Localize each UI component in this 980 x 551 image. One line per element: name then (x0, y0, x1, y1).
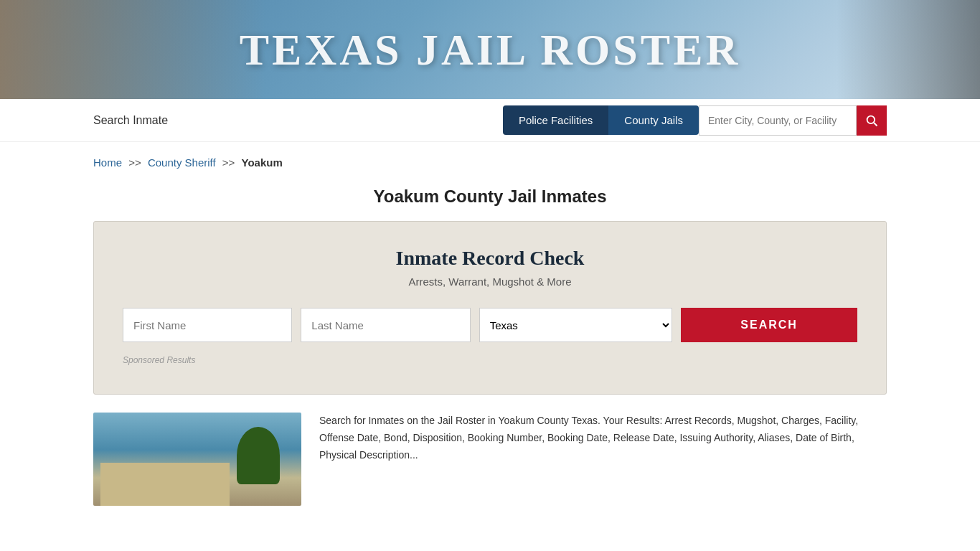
breadcrumb-sep1: >> (128, 156, 141, 169)
banner-title: Texas Jail Roster (240, 24, 741, 75)
first-name-input[interactable] (123, 308, 292, 342)
breadcrumb-sep2: >> (222, 156, 235, 169)
facility-search-button[interactable] (857, 105, 887, 136)
bottom-description: Search for Inmates on the Jail Roster in… (319, 413, 887, 506)
breadcrumb-county-sheriff[interactable]: County Sheriff (148, 156, 216, 169)
keys-background (837, 0, 980, 99)
building-shape (100, 463, 230, 506)
facility-search-input[interactable] (699, 105, 857, 136)
breadcrumb: Home >> County Sheriff >> Yoakum (0, 142, 980, 183)
search-inmate-label: Search Inmate (93, 114, 503, 127)
nav-bar: Search Inmate Police Facilities County J… (0, 99, 980, 142)
police-facilities-button[interactable]: Police Facilities (503, 105, 608, 135)
sponsored-label: Sponsored Results (123, 355, 857, 365)
capitol-background (0, 0, 265, 99)
record-check-subtitle: Arrests, Warrant, Mugshot & More (123, 276, 857, 288)
page-title: Yoakum County Jail Inmates (0, 187, 980, 207)
record-check-title: Inmate Record Check (123, 247, 857, 270)
record-check-form: AlabamaAlaskaArizonaArkansasCaliforniaCo… (123, 308, 857, 342)
header-banner: Texas Jail Roster (0, 0, 980, 99)
record-check-search-button[interactable]: SEARCH (681, 308, 857, 342)
svg-point-0 (867, 116, 875, 123)
search-icon (865, 114, 878, 127)
svg-line-1 (874, 123, 877, 126)
breadcrumb-current: Yoakum (242, 156, 283, 169)
county-jails-button[interactable]: County Jails (608, 105, 699, 135)
record-check-box: Inmate Record Check Arrests, Warrant, Mu… (93, 221, 887, 395)
breadcrumb-home[interactable]: Home (93, 156, 122, 169)
last-name-input[interactable] (301, 308, 470, 342)
tree-shape (237, 427, 280, 484)
state-select[interactable]: AlabamaAlaskaArizonaArkansasCaliforniaCo… (479, 308, 673, 342)
nav-right: Police Facilities County Jails (503, 105, 887, 136)
county-image (93, 413, 301, 506)
bottom-section: Search for Inmates on the Jail Roster in… (93, 413, 887, 506)
